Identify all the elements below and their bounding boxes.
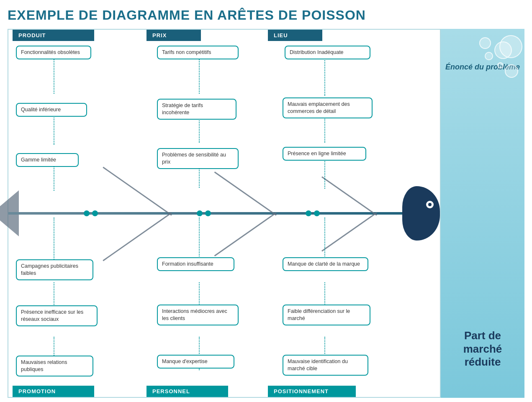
- box-br2: Faible différenciation sur le marché: [283, 305, 370, 325]
- spine-dot-3: [306, 210, 311, 216]
- box-tr1: Distribution Inadéquate: [285, 46, 370, 59]
- diagram-wrapper: PRODUIT PRIX LIEU PROMOTION PERSONNEL PO…: [8, 29, 524, 398]
- box-bm2: Interactions médiocres avec les clients: [157, 305, 239, 325]
- rib-produit: [103, 212, 172, 261]
- box-tr3: Présence en ligne limitée: [283, 147, 366, 161]
- cat-prix: PRIX: [146, 30, 201, 41]
- spine-dot-1b: [92, 210, 98, 216]
- box-br1: Manque de clarté de la marque: [283, 257, 368, 271]
- bubble-5: [497, 62, 504, 69]
- rib-positionnement: [321, 176, 377, 215]
- box-tr2: Mauvais emplacement des commerces de dét…: [283, 97, 373, 118]
- bubble-3: [485, 52, 493, 60]
- bubble-4: [499, 35, 522, 58]
- rib-promotion: [103, 167, 172, 216]
- box-bm1: Formation insuffisante: [157, 257, 234, 271]
- dot-line-bl1: [54, 218, 54, 261]
- box-tm3: Problèmes de sensibilité au prix: [157, 148, 239, 169]
- right-panel: Énoncé du problème Part de marché réduit…: [441, 29, 524, 398]
- result-label: Part de marché réduite: [445, 329, 520, 369]
- main-container: EXEMPLE DE DIAGRAMME EN ARÊTES DE POISSO…: [0, 0, 532, 402]
- box-bl1: Campagnes publicitaires faibles: [16, 259, 93, 280]
- rib-lieu: [321, 212, 377, 251]
- cat-promotion: PROMOTION: [13, 386, 94, 397]
- box-tm2: Stratégie de tarifs incohérente: [157, 99, 236, 120]
- fish-head: [402, 186, 440, 241]
- spine-dot-2: [197, 210, 203, 216]
- box-tl1: Fonctionnalités obsolètes: [16, 46, 91, 59]
- cat-produit: PRODUIT: [13, 30, 94, 41]
- spine-dot-1: [84, 210, 90, 216]
- page-title: EXEMPLE DE DIAGRAMME EN ARÊTES DE POISSO…: [8, 8, 524, 23]
- fish-eye: [426, 201, 434, 208]
- rib-prix: [214, 212, 277, 256]
- bubble-6: [505, 64, 518, 78]
- spine-dot-3b: [314, 210, 320, 216]
- fish-eye-inner: [428, 203, 432, 206]
- box-tm1: Tarifs non compétitifs: [157, 46, 239, 59]
- spine-dot-2b: [205, 210, 211, 216]
- fishbone-area: PRODUIT PRIX LIEU PROMOTION PERSONNEL PO…: [8, 29, 441, 398]
- box-bl2: Présence inefficace sur les réseaux soci…: [16, 305, 98, 326]
- bubble-2: [479, 37, 491, 49]
- dot-line-bm1: [199, 218, 200, 259]
- box-bl3: Mauvaises relations publiques: [16, 356, 93, 376]
- box-br3: Mauvaise identification du marché cible: [283, 355, 368, 376]
- cat-positionnement: POSITIONNEMENT: [268, 386, 356, 397]
- box-tl3: Gamme limitée: [16, 153, 79, 167]
- box-bm3: Manque d'expertise: [157, 355, 234, 369]
- cat-personnel: PERSONNEL: [146, 386, 228, 397]
- box-tl2: Qualité inférieure: [16, 103, 87, 117]
- cat-lieu: LIEU: [268, 30, 322, 41]
- rib-personnel: [214, 172, 277, 216]
- dot-line-br1: [324, 218, 325, 259]
